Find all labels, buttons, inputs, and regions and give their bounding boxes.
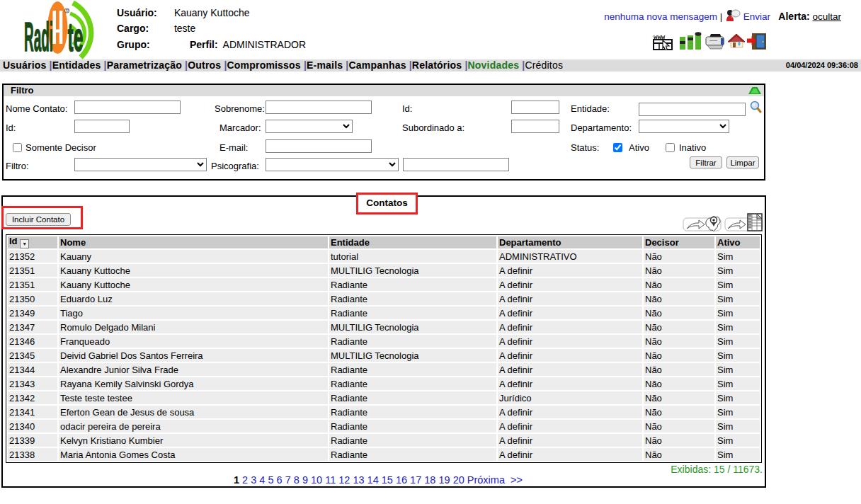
svg-text:te: te xyxy=(68,13,84,59)
svg-text:R: R xyxy=(65,8,69,13)
svg-text:Radi: Radi xyxy=(24,13,53,59)
